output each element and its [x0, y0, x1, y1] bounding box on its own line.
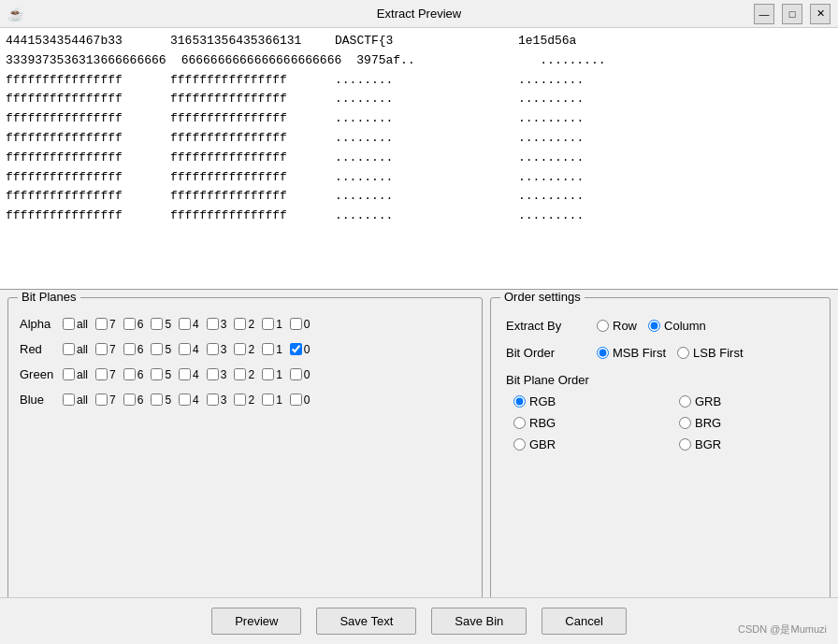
red-1-checkbox[interactable]	[262, 343, 274, 355]
gbr-label: GBR	[529, 437, 556, 451]
alpha-0-checkbox[interactable]	[290, 318, 302, 330]
titlebar-controls: — □ ✕	[754, 4, 831, 24]
red-6-checkbox[interactable]	[123, 343, 136, 355]
alpha-5-checkbox[interactable]	[151, 318, 163, 330]
red-4-checkbox[interactable]	[179, 343, 191, 355]
grb-radio[interactable]	[679, 395, 691, 408]
preview-area[interactable]: 4441534354467b33 316531356435366131 DASC…	[0, 28, 838, 290]
green-7-checkbox[interactable]	[95, 368, 108, 380]
preview-hex1: ffffffffffffffff	[6, 168, 155, 188]
red-5-checkbox[interactable]	[151, 343, 163, 355]
green-2-item: 2	[234, 368, 254, 381]
grb-label: GRB	[695, 394, 721, 408]
extract-row-item: Row	[597, 319, 637, 333]
titlebar: ☕ Extract Preview — □ ✕	[0, 0, 838, 28]
bit-plane-order-title: Bit Plane Order	[506, 373, 815, 387]
alpha-0-item: 0	[290, 318, 311, 331]
green-6-item: 6	[123, 368, 144, 381]
rgb-radio[interactable]	[513, 395, 526, 408]
preview-line: 3339373536313666666666 66666666666666666…	[6, 51, 832, 71]
lsb-first-radio[interactable]	[677, 347, 689, 359]
red-4-label: 4	[193, 343, 199, 356]
preview-hex1: 3339373536313666666666	[6, 51, 166, 71]
save-text-button[interactable]: Save Text	[316, 608, 416, 635]
red-2-item: 2	[234, 343, 254, 356]
alpha-label: Alpha	[20, 317, 59, 331]
close-button[interactable]: ✕	[810, 4, 831, 24]
extract-column-radio[interactable]	[648, 320, 660, 332]
green-4-checkbox[interactable]	[179, 368, 191, 380]
rgb-label: RGB	[529, 394, 556, 408]
grb-item: GRB	[679, 394, 815, 408]
blue-7-checkbox[interactable]	[95, 394, 108, 406]
blue-3-label: 3	[221, 394, 227, 407]
alpha-1-checkbox[interactable]	[262, 318, 274, 330]
red-4-item: 4	[179, 343, 199, 356]
red-0-checkbox[interactable]	[290, 343, 302, 355]
red-row: Red all 7 6 5	[20, 342, 470, 356]
preview-text2: .........	[518, 187, 686, 207]
red-3-label: 3	[221, 343, 227, 356]
preview-line: ffffffffffffffff ffffffffffffffff ......…	[6, 109, 832, 129]
alpha-5-label: 5	[165, 318, 171, 331]
preview-button[interactable]: Preview	[211, 608, 301, 635]
minimize-button[interactable]: —	[754, 4, 774, 24]
alpha-4-item: 4	[179, 318, 199, 331]
red-2-checkbox[interactable]	[234, 343, 246, 355]
red-0-label: 0	[304, 343, 311, 356]
preview-line: ffffffffffffffff ffffffffffffffff ......…	[6, 129, 832, 149]
alpha-all-checkbox[interactable]	[63, 318, 75, 330]
blue-0-checkbox[interactable]	[290, 394, 302, 406]
alpha-4-checkbox[interactable]	[179, 318, 191, 330]
maximize-button[interactable]: □	[782, 4, 802, 24]
brg-radio[interactable]	[679, 417, 691, 429]
red-6-label: 6	[137, 343, 144, 356]
red-3-checkbox[interactable]	[207, 343, 219, 355]
bgr-radio[interactable]	[679, 438, 691, 451]
preview-line: ffffffffffffffff ffffffffffffffff ......…	[6, 149, 832, 168]
msb-first-radio[interactable]	[597, 347, 609, 359]
alpha-2-checkbox[interactable]	[234, 318, 246, 330]
alpha-3-checkbox[interactable]	[207, 318, 219, 330]
extract-by-label: Extract By	[506, 319, 585, 333]
preview-text2: .........	[518, 71, 686, 91]
blue-4-checkbox[interactable]	[179, 394, 191, 406]
green-2-checkbox[interactable]	[234, 368, 246, 380]
alpha-7-checkbox[interactable]	[95, 318, 108, 330]
cancel-button[interactable]: Cancel	[542, 608, 626, 635]
extract-row-radio[interactable]	[597, 320, 609, 332]
blue-6-checkbox[interactable]	[123, 394, 136, 406]
green-0-checkbox[interactable]	[290, 368, 302, 380]
red-7-checkbox[interactable]	[95, 343, 108, 355]
blue-7-item: 7	[95, 394, 116, 407]
blue-all-checkbox[interactable]	[63, 394, 75, 406]
alpha-3-item: 3	[207, 318, 227, 331]
green-6-checkbox[interactable]	[123, 368, 136, 380]
green-6-label: 6	[137, 368, 144, 381]
preview-text1: ........	[335, 187, 503, 207]
green-3-checkbox[interactable]	[207, 368, 219, 380]
green-5-checkbox[interactable]	[151, 368, 163, 380]
save-bin-button[interactable]: Save Bin	[431, 608, 527, 635]
blue-2-label: 2	[248, 394, 254, 407]
blue-2-checkbox[interactable]	[234, 394, 246, 406]
blue-3-checkbox[interactable]	[207, 394, 219, 406]
blue-4-label: 4	[193, 394, 199, 407]
red-all-checkbox[interactable]	[63, 343, 75, 355]
blue-5-checkbox[interactable]	[151, 394, 163, 406]
gbr-radio[interactable]	[513, 438, 526, 451]
green-all-checkbox[interactable]	[63, 368, 75, 380]
red-1-label: 1	[276, 343, 282, 356]
alpha-row: Alpha all 7 6 5	[20, 317, 470, 331]
preview-text1: ........	[335, 90, 503, 109]
alpha-6-checkbox[interactable]	[123, 318, 136, 330]
alpha-4-label: 4	[193, 318, 199, 331]
extract-row-label: Row	[613, 319, 637, 333]
rbg-radio[interactable]	[513, 417, 526, 429]
preview-text1: ........	[335, 149, 503, 168]
watermark: CSDN @是Mumuzi	[738, 623, 827, 637]
green-1-checkbox[interactable]	[262, 368, 274, 380]
green-4-label: 4	[193, 368, 199, 381]
preview-text2: .........	[518, 109, 686, 129]
blue-1-checkbox[interactable]	[262, 394, 274, 406]
